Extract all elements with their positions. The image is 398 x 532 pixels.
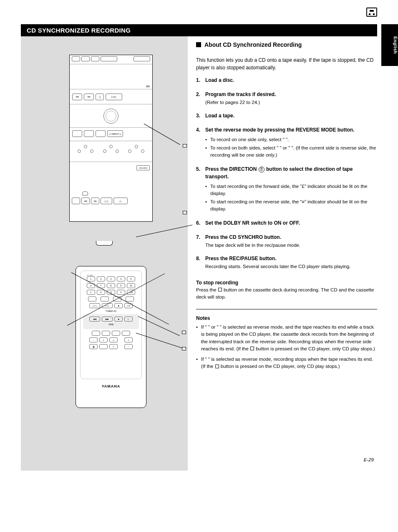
section-title: CD SYNCHRONIZED RECORDING: [21, 24, 377, 36]
callout-tape-stop: [183, 211, 187, 214]
section-heading: About CD Synchronized Recording: [196, 41, 377, 48]
stop-icon: [250, 347, 254, 350]
note-item: If " " is selected as reverse mode, reco…: [196, 356, 377, 370]
page-number: E-29: [364, 457, 374, 462]
lead-paragraph: This function lets you dub a CD onto a t…: [196, 56, 377, 71]
divider: [196, 309, 377, 309]
callout-remote-tape-stop: [182, 347, 186, 350]
remote-control-diagram: 1 2 3 4 5 12345 678910 1234+10: [76, 266, 146, 408]
stop-icon: [215, 365, 219, 368]
note-item: If " " or " " is selected as reverse mod…: [196, 324, 377, 352]
illustrations-column: ▯▯▯ ⋘ ⋙ ◻ ▷/◫ ◁ INPUT: [21, 36, 188, 471]
language-tab: English: [381, 24, 398, 66]
stop-heading: To stop recording: [196, 280, 377, 286]
remote-brand-logo: YAMAHA: [76, 384, 146, 388]
heading-square-icon: [196, 42, 201, 47]
direction-button-ref: 8: [259, 167, 264, 172]
stop-body: Press the button on the cassette deck du…: [196, 286, 377, 301]
steps-list: 1. Load a disc. 2. Program the tracks if…: [196, 76, 377, 271]
callout-cd-stop: [183, 144, 187, 147]
stop-icon: [218, 288, 222, 291]
cassette-icon: [366, 8, 377, 17]
instructions-column: About CD Synchronized Recording This fun…: [196, 36, 377, 471]
stereo-unit-diagram: ▯▯▯ ⋘ ⋙ ◻ ▷/◫ ◁ INPUT: [69, 55, 153, 222]
callout-remote-cd-stop: [182, 331, 186, 334]
notes-heading: Notes: [196, 315, 377, 321]
